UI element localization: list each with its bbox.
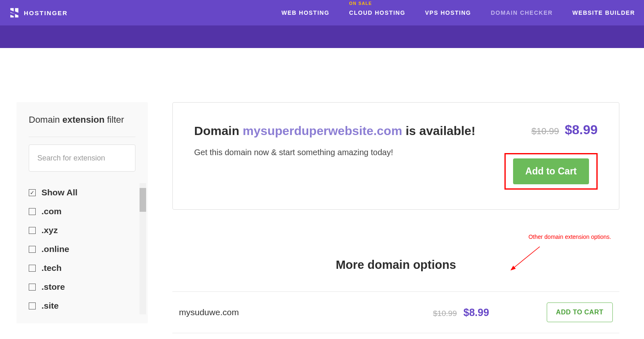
hostinger-logo-icon bbox=[9, 7, 20, 18]
annotation-highlight-box: Add to Cart bbox=[504, 153, 598, 190]
checkbox-icon[interactable] bbox=[29, 227, 36, 234]
top-navigation: HOSTINGER WEB HOSTING ON SALE CLOUD HOST… bbox=[0, 0, 644, 25]
more-add-to-cart-button[interactable]: ADD TO CART bbox=[547, 302, 613, 322]
checkbox-icon[interactable] bbox=[29, 189, 36, 196]
nav-vps-hosting[interactable]: VPS HOSTING bbox=[425, 0, 471, 25]
svg-line-0 bbox=[513, 247, 540, 268]
more-domain-name: mysuduwe.com bbox=[179, 307, 433, 317]
extension-filter-sidebar: Domain extension filter Show All .com .x… bbox=[16, 102, 148, 323]
brand-name: HOSTINGER bbox=[24, 9, 68, 16]
filter-tech[interactable]: .tech bbox=[29, 259, 135, 277]
more-old-price: $10.99 bbox=[433, 309, 457, 318]
more-options-heading: More domain options bbox=[172, 258, 619, 272]
add-to-cart-button[interactable]: Add to Cart bbox=[513, 158, 589, 184]
old-price: $10.99 bbox=[532, 126, 559, 137]
filter-store[interactable]: .store bbox=[29, 277, 135, 296]
sub-header-bar bbox=[0, 25, 644, 48]
more-option-row: mysuduwe.com $10.99 $8.99 ADD TO CART bbox=[172, 291, 619, 333]
search-extension-input[interactable] bbox=[29, 144, 135, 172]
domain-result-card: Domain mysuperduperwebsite.com is availa… bbox=[172, 102, 619, 210]
more-new-price: $8.99 bbox=[463, 307, 489, 318]
filter-com[interactable]: .com bbox=[29, 202, 135, 221]
scrollbar-thumb[interactable] bbox=[140, 188, 146, 212]
annotation-arrow-icon bbox=[510, 244, 543, 273]
divider bbox=[29, 137, 135, 137]
filter-site[interactable]: .site bbox=[29, 296, 135, 315]
filter-xyz[interactable]: .xyz bbox=[29, 221, 135, 240]
primary-nav: WEB HOSTING ON SALE CLOUD HOSTING VPS HO… bbox=[282, 0, 635, 25]
annotation-text: Other domain extension options. bbox=[528, 234, 611, 240]
scrollbar-track[interactable] bbox=[140, 183, 146, 314]
checkbox-icon[interactable] bbox=[29, 246, 36, 253]
checkbox-icon[interactable] bbox=[29, 208, 36, 215]
nav-website-builder[interactable]: WEBSITE BUILDER bbox=[573, 0, 635, 25]
filter-title: Domain extension filter bbox=[29, 115, 135, 125]
on-sale-badge: ON SALE bbox=[349, 1, 372, 6]
nav-domain-checker[interactable]: DOMAIN CHECKER bbox=[491, 0, 553, 25]
price-row: $10.99 $8.99 bbox=[532, 122, 598, 137]
more-price-row: $10.99 $8.99 bbox=[433, 307, 489, 318]
availability-heading: Domain mysuperduperwebsite.com is availa… bbox=[194, 122, 503, 140]
logo[interactable]: HOSTINGER bbox=[9, 7, 68, 18]
checkbox-icon[interactable] bbox=[29, 265, 36, 272]
checkbox-icon[interactable] bbox=[29, 302, 36, 309]
extension-list: Show All .com .xyz .online .tech .store bbox=[29, 183, 135, 315]
main-content: Domain mysuperduperwebsite.com is availa… bbox=[172, 102, 619, 333]
new-price: $8.99 bbox=[565, 122, 598, 137]
checkbox-icon[interactable] bbox=[29, 284, 36, 291]
nav-web-hosting[interactable]: WEB HOSTING bbox=[282, 0, 330, 25]
filter-online[interactable]: .online bbox=[29, 240, 135, 259]
subline-text: Get this domain now & start something am… bbox=[194, 148, 503, 157]
filter-show-all[interactable]: Show All bbox=[29, 183, 135, 202]
searched-domain: mysuperduperwebsite.com bbox=[243, 124, 402, 137]
nav-cloud-hosting[interactable]: ON SALE CLOUD HOSTING bbox=[349, 0, 406, 25]
